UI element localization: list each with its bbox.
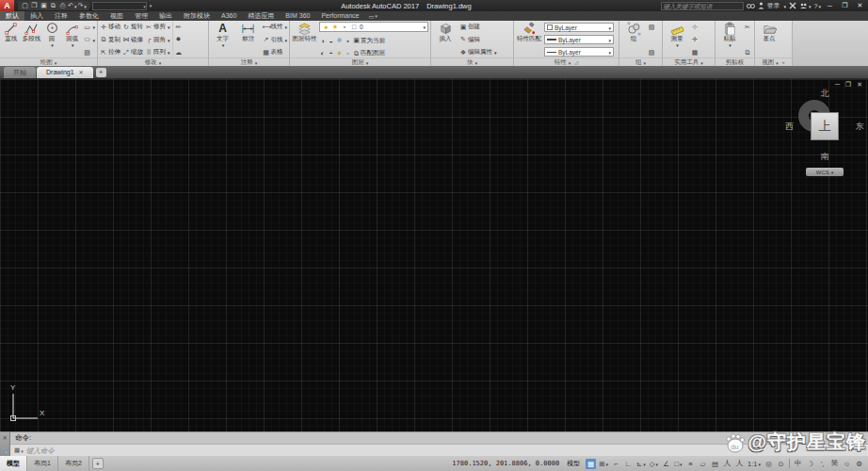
viewcube-north[interactable]: 北	[785, 88, 864, 100]
ellipse-tool[interactable]: ⬭	[84, 36, 96, 44]
scale-tool[interactable]: ⤢缩放	[122, 48, 143, 57]
annotation-autoscale-toggle[interactable]: 人	[734, 459, 745, 469]
stretch-tool[interactable]: ⇱拉伸	[100, 48, 121, 57]
wcs-dropdown[interactable]: WCS	[806, 168, 844, 176]
viewcube-west[interactable]: 西	[785, 121, 794, 133]
linetype-dropdown[interactable]: ByLayer	[544, 47, 614, 57]
polar-tracking-toggle[interactable]: ⊾	[635, 459, 647, 469]
point-tool[interactable]: ✛	[691, 36, 699, 44]
isometric-drafting-toggle[interactable]: ◇	[649, 459, 659, 469]
workspace-switching-button[interactable]: ◎	[764, 459, 774, 469]
panel-label-modify[interactable]: 修改	[98, 57, 208, 66]
array-tool[interactable]: ⠿阵列	[145, 48, 170, 57]
match-layer-button[interactable]: ⧉匹配图层	[353, 49, 385, 57]
mirror-tool[interactable]: ⋈镜像	[122, 36, 143, 44]
command-close-icon[interactable]: ✕	[2, 434, 7, 441]
revision-cloud-tool[interactable]: ☁	[175, 48, 183, 57]
layer-properties-button[interactable]: 图层特性	[292, 22, 317, 57]
search-icon[interactable]	[747, 3, 755, 9]
selection-cycling-toggle[interactable]: ▤	[710, 459, 720, 469]
measure-button[interactable]: 测量	[665, 22, 689, 57]
plot-button[interactable]: ⎙	[58, 1, 67, 10]
cut-tool[interactable]: ✂	[744, 23, 751, 31]
viewcube-east[interactable]: 东	[856, 121, 864, 133]
panel-label-groups[interactable]: 组	[619, 57, 662, 66]
rectangle-tool[interactable]: ▭	[84, 23, 96, 31]
new-file-button[interactable]: ▢	[21, 1, 29, 10]
tab-options-button[interactable]: ▭	[365, 11, 381, 21]
recent-commands-icon[interactable]: ▦	[14, 447, 24, 454]
tab-close-icon[interactable]: ✕	[79, 67, 84, 78]
redo-button[interactable]: ↷	[77, 1, 86, 10]
panel-label-annotation[interactable]: 注释	[209, 57, 289, 66]
tab-default[interactable]: 默认	[0, 11, 24, 21]
quick-select-tool[interactable]: ⊹	[691, 23, 699, 31]
erase-tool[interactable]: ✏	[175, 23, 183, 31]
panel-label-layers[interactable]: 图层	[290, 57, 430, 66]
paste-button[interactable]: 粘贴	[717, 22, 742, 57]
group-button[interactable]: 组	[621, 22, 646, 57]
help-icon[interactable]: ?	[814, 3, 821, 9]
match-properties-button[interactable]: 特性匹配	[516, 22, 542, 57]
exchange-apps-icon[interactable]	[789, 2, 796, 9]
layer-unisolate-icon[interactable]: ◓	[328, 50, 334, 57]
trim-tool[interactable]: ✂修剪	[145, 23, 170, 31]
search-input[interactable]	[661, 2, 744, 10]
annotation-monitor-toggle[interactable]: ⊙	[776, 459, 786, 469]
tab-performance[interactable]: Performance	[315, 11, 364, 21]
arc-tool[interactable]: 圆弧	[63, 22, 82, 57]
panel-label-utilities[interactable]: 实用工具	[663, 57, 715, 66]
insert-block-button[interactable]: 插入	[433, 22, 458, 57]
leader-tool[interactable]: ↗引线	[262, 36, 287, 44]
panel-label-block[interactable]: 块	[431, 57, 513, 66]
minimize-button[interactable]: ─	[824, 3, 836, 9]
file-tab-drawing1[interactable]: Drawing1 ✕	[37, 67, 93, 78]
properties-dialog-launcher-icon[interactable]: ◿	[574, 59, 578, 65]
undo-button[interactable]: ↶	[68, 1, 76, 10]
tab-annotate[interactable]: 注释	[49, 11, 73, 21]
layer-on-toggle-icon[interactable]: ◐	[319, 50, 326, 57]
set-current-layer-button[interactable]: ▣置为当前	[353, 37, 385, 45]
command-input[interactable]	[26, 447, 215, 455]
ime-language-button[interactable]: 中	[793, 459, 803, 469]
panel-label-properties[interactable]: 特性◿	[514, 57, 619, 66]
model-space-button[interactable]: 模型	[564, 459, 583, 468]
tab-insert[interactable]: 插入	[24, 11, 49, 21]
sign-in-button[interactable]: 登录	[767, 1, 780, 10]
layout2-tab[interactable]: 布局2	[58, 456, 89, 471]
group-edit-tool[interactable]: ▨	[648, 48, 655, 57]
ime-settings-button[interactable]: ⚙	[854, 459, 864, 469]
create-block-tool[interactable]: ▣创建	[459, 23, 497, 31]
edit-attributes-tool[interactable]: ❖编辑属性	[459, 48, 497, 57]
rotate-tool[interactable]: ↻旋转	[122, 23, 143, 31]
tab-parametric[interactable]: 参数化	[73, 11, 104, 21]
tab-addins[interactable]: 附加模块	[178, 11, 216, 21]
base-view-button[interactable]: 基点	[757, 22, 781, 57]
grid-display-toggle[interactable]: ▦	[586, 459, 596, 469]
ortho-mode-toggle[interactable]: ∟	[623, 459, 634, 469]
dimension-tool[interactable]: 标注	[236, 22, 260, 57]
object-color-dropdown[interactable]: ByLayer	[544, 23, 614, 32]
drawing-canvas[interactable]: ─ ❐ ✕ 北 西 上 东 南 WCS Y X	[0, 79, 868, 431]
object-snap-toggle[interactable]: □	[673, 459, 683, 469]
ime-charset-button[interactable]: 简	[829, 459, 840, 469]
copy-tool[interactable]: ⧉复制	[100, 36, 121, 44]
polyline-tool[interactable]: 多段线	[23, 22, 41, 57]
layer-dropdown[interactable]: ● ☀ ▪ □ 0	[319, 22, 428, 32]
ime-emoji-button[interactable]: ☺	[842, 459, 852, 469]
viewcube[interactable]: 北 西 上 东 南 WCS	[785, 85, 864, 181]
layer-freeze-icon[interactable]: ❄	[336, 37, 343, 44]
file-tab-start[interactable]: 开始	[4, 67, 36, 78]
copy-clip-tool[interactable]: ⧉	[744, 48, 751, 57]
viewcube-top-face[interactable]: 上	[811, 112, 839, 140]
fillet-tool[interactable]: ╭圆角	[145, 36, 170, 44]
move-tool[interactable]: ✛移动	[100, 23, 121, 31]
snap-mode-toggle[interactable]: ⊞	[598, 459, 609, 469]
a360-connect-icon[interactable]	[799, 2, 812, 9]
tab-view[interactable]: 视图	[104, 11, 129, 21]
lineweight-toggle[interactable]: ≡	[685, 459, 696, 469]
dynamic-input-toggle[interactable]: ⌐	[611, 459, 621, 469]
text-tool[interactable]: A 文字	[211, 22, 234, 57]
panel-label-draw[interactable]: 绘图	[0, 57, 97, 66]
tab-a360[interactable]: A360	[216, 11, 242, 21]
